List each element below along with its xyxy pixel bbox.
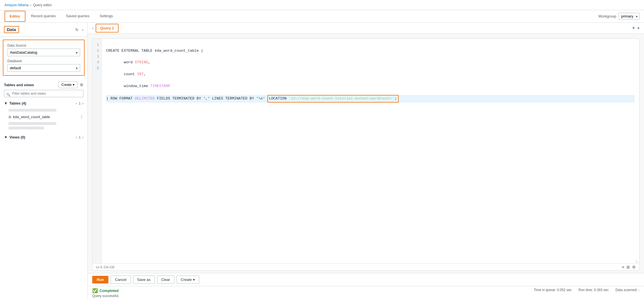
data-scanned-value: -	[638, 288, 639, 292]
format-icon[interactable]: ≡	[622, 265, 624, 269]
views-section-left: ▼ Views (0)	[4, 135, 25, 139]
blurred-table-item-1	[8, 109, 56, 112]
save-as-button[interactable]: Save as	[133, 276, 155, 284]
content-area: ‹ Query 1 + ▾ 1 2 3 4 5	[88, 23, 644, 299]
result-stats: Time in queue: 0.052 sec Run time: 0.363…	[534, 288, 639, 292]
check-icon: ✅	[92, 288, 98, 293]
table-item-kda[interactable]: ⊞ kda_word_count_table ⋮	[4, 113, 83, 120]
gear-icon[interactable]: ⚙	[80, 83, 83, 87]
query-tab-1[interactable]: Query 1	[96, 24, 118, 32]
run-button[interactable]: Run	[92, 276, 108, 283]
blurred-table-item-3	[8, 127, 44, 129]
create-chevron-icon: ▾	[73, 83, 74, 87]
code-line-1: CREATE EXTERNAL TABLE kda_word_count_tab…	[106, 48, 635, 54]
tables-views-title: Tables and views	[4, 83, 34, 87]
breadcrumb-current: Query editor	[33, 3, 52, 7]
result-left: ✅ Completed Query successful.	[92, 288, 119, 298]
refresh-icon[interactable]: ↻	[75, 27, 79, 32]
create-button[interactable]: Create ▾	[58, 81, 78, 88]
search-icon: 🔍	[6, 93, 10, 97]
data-source-dropdown-wrapper[interactable]: AwsDataCatalog	[7, 49, 80, 56]
data-source-label: Data Source	[7, 44, 80, 47]
views-page: 1	[79, 135, 81, 139]
tables-label: Tables (4)	[9, 101, 26, 105]
cancel-button[interactable]: Cancel	[111, 276, 130, 284]
filter-tables-input[interactable]	[4, 90, 83, 97]
run-time-value: 0.363 sec	[594, 288, 609, 292]
tables-pagination: ‹ 1 ›	[76, 101, 83, 105]
database-dropdown-wrapper[interactable]: default	[7, 64, 80, 72]
sidebar: Data ↻ ‹ Data Source AwsDataCatalog Data…	[0, 23, 88, 299]
tab-bar: Editor Recent queries Saved queries Sett…	[0, 10, 644, 23]
resize-handle[interactable]: ⤡	[635, 260, 638, 264]
code-editor[interactable]: 1 2 3 4 5 CREATE EXTERNAL TABLE kda_word…	[93, 39, 639, 263]
workgroup-select[interactable]: primary	[619, 13, 639, 20]
breadcrumb-separator: ›	[30, 3, 31, 7]
result-message: Query successful.	[92, 294, 119, 298]
tables-section-row[interactable]: ▼ Tables (4) ‹ 1 ›	[4, 99, 83, 107]
query-tab-arrow-left[interactable]: ‹	[92, 26, 93, 30]
line-numbers: 1 2 3 4 5	[93, 39, 102, 263]
filter-input-wrapper: 🔍	[0, 90, 87, 99]
clear-button[interactable]: Clear	[157, 276, 174, 284]
workgroup-label: Workgroup	[598, 14, 616, 18]
line-num-1: 1	[95, 42, 99, 48]
editor-wrapper: 1 2 3 4 5 CREATE EXTERNAL TABLE kda_word…	[90, 36, 642, 273]
create-query-label: Create	[181, 278, 192, 282]
data-scanned: Data scanned: -	[615, 288, 639, 292]
line-num-2: 2	[95, 48, 99, 54]
create-button-label: Create	[61, 83, 72, 87]
table-icon[interactable]: ⊞	[626, 265, 630, 269]
tables-page: 1	[79, 101, 81, 105]
tables-prev-icon[interactable]: ‹	[76, 101, 77, 105]
add-tab-button[interactable]: +	[632, 25, 635, 31]
settings-icon[interactable]: ⚙	[632, 265, 636, 269]
workgroup-select-wrapper[interactable]: primary	[619, 13, 639, 20]
code-line-4: window_time TIMESTAMP	[106, 83, 635, 89]
database-select[interactable]: default	[7, 64, 80, 72]
table-more-icon[interactable]: ⋮	[80, 115, 83, 119]
tab-saved-queries[interactable]: Saved queries	[61, 11, 94, 21]
tables-section: ▼ Tables (4) ‹ 1 › ⊞ kda_word_count_tabl…	[0, 99, 87, 131]
line-num-4: 4	[95, 60, 99, 66]
more-tabs-icon[interactable]: ▾	[637, 26, 639, 30]
action-bar: Run Cancel Save as Clear Create ▾	[88, 273, 644, 286]
breadcrumb-parent[interactable]: Amazon Athena	[5, 3, 29, 7]
tab-editor[interactable]: Editor	[5, 11, 25, 22]
main-layout: Data ↻ ‹ Data Source AwsDataCatalog Data…	[0, 23, 644, 299]
result-area: ✅ Completed Query successful. Time in qu…	[88, 286, 644, 299]
code-line-5: ) ROW FORMAT DELIMITED FIELDS TERMINATED…	[106, 95, 635, 103]
views-section-row[interactable]: ▼ Views (0) ‹ 1 ›	[4, 133, 83, 141]
code-editor-area: 1 2 3 4 5 CREATE EXTERNAL TABLE kda_word…	[92, 38, 639, 271]
query-tabs: ‹ Query 1 + ▾	[88, 23, 644, 34]
result-status-text: Completed	[100, 289, 119, 293]
data-scanned-label: Data scanned:	[615, 288, 637, 292]
table-name[interactable]: kda_word_count_table	[13, 115, 50, 119]
create-query-chevron: ▾	[193, 278, 195, 282]
database-label: Database	[7, 59, 80, 63]
tab-settings[interactable]: Settings	[95, 11, 117, 21]
editor-statusbar: Ln 5, Col 132 ≡ ⊞ ⚙	[93, 263, 639, 270]
time-in-queue: Time in queue: 0.052 sec	[534, 288, 572, 292]
collapse-icon[interactable]: ‹	[82, 27, 83, 32]
tab-recent-queries[interactable]: Recent queries	[27, 11, 60, 21]
create-query-button[interactable]: Create ▾	[177, 276, 199, 284]
table-expand-icon[interactable]: ⊞	[8, 115, 11, 119]
views-next-icon[interactable]: ›	[82, 135, 83, 139]
sidebar-icons: ↻ ‹	[75, 27, 83, 32]
views-prev-icon[interactable]: ‹	[76, 135, 77, 139]
line-num-3: 3	[95, 54, 99, 60]
time-in-queue-value: 0.052 sec	[557, 288, 572, 292]
run-time: Run time: 0.363 sec	[579, 288, 609, 292]
line-num-5: 5	[95, 66, 99, 72]
tables-next-icon[interactable]: ›	[82, 101, 83, 105]
tables-section-left: ▼ Tables (4)	[4, 101, 26, 105]
code-content[interactable]: CREATE EXTERNAL TABLE kda_word_count_tab…	[102, 39, 639, 263]
run-time-label: Run time:	[579, 288, 593, 292]
table-item-left: ⊞ kda_word_count_table	[8, 115, 50, 119]
workgroup-selector: Workgroup primary	[598, 13, 639, 20]
data-source-select[interactable]: AwsDataCatalog	[7, 49, 80, 56]
data-source-section: Data Source AwsDataCatalog Database defa…	[3, 40, 85, 76]
views-section: ▼ Views (0) ‹ 1 ›	[0, 133, 87, 141]
views-expand-icon: ▼	[4, 135, 8, 139]
